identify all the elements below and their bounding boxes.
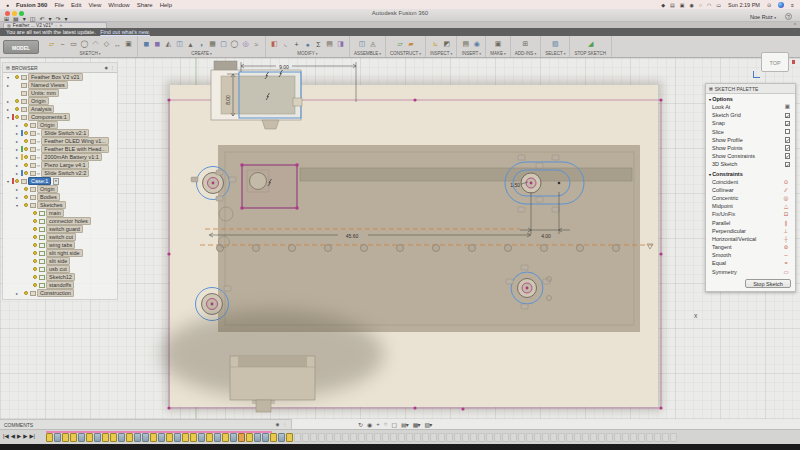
constraint-icon[interactable]: ⊙ bbox=[782, 179, 790, 185]
apple-menu-icon[interactable]: ● bbox=[6, 2, 9, 8]
timeline-feature-icon[interactable] bbox=[622, 433, 629, 442]
visibility-bulb-icon[interactable] bbox=[24, 163, 28, 167]
constraint-row[interactable]: Midpoint △ bbox=[706, 202, 795, 210]
timeline-feature-icon[interactable] bbox=[70, 433, 77, 442]
constraint-icon[interactable]: ◎ bbox=[782, 195, 790, 201]
palette-option-row[interactable]: Show Constraints ✓ bbox=[706, 152, 795, 160]
visibility-bulb-icon[interactable] bbox=[33, 219, 37, 223]
browser-tree-item[interactable]: ▸ ∞ Feather BLE with Head... ▾ bbox=[3, 145, 117, 153]
timeline-feature-icon[interactable] bbox=[222, 433, 229, 442]
timeline-feature-icon[interactable] bbox=[246, 433, 253, 442]
navbar-icon[interactable]: ◉ bbox=[367, 421, 371, 428]
toolbar-icon[interactable]: ↔ bbox=[113, 39, 122, 50]
constraint-row[interactable]: Smooth ∼ bbox=[706, 251, 795, 259]
timeline-feature-icon[interactable] bbox=[558, 433, 565, 442]
navbar-icon[interactable]: ▤▾ bbox=[401, 421, 408, 428]
browser-tree-item[interactable]: ▸ ∞ Analysis ▾ bbox=[3, 105, 117, 113]
timeline-feature-icon[interactable] bbox=[534, 433, 541, 442]
menu-file[interactable]: File bbox=[54, 2, 64, 8]
constraint-row[interactable]: Coincident ⊙ bbox=[706, 178, 795, 186]
timeline-feature-icon[interactable] bbox=[502, 433, 509, 442]
timeline-feature-icon[interactable] bbox=[654, 433, 661, 442]
timeline-feature-icon[interactable] bbox=[582, 433, 589, 442]
browser-tree-item[interactable]: ▸ ∞ Construction ▾ bbox=[3, 289, 117, 297]
browser-tree-item[interactable]: ∞ Sketch12 ▾ bbox=[3, 273, 117, 281]
qat-icon[interactable]: ↷ bbox=[55, 15, 60, 22]
sketch-palette-header[interactable]: ▦ SKETCH PALETTE bbox=[706, 84, 795, 94]
timeline-feature-icon[interactable] bbox=[606, 433, 613, 442]
toolbar-icon[interactable]: ▤ bbox=[325, 39, 334, 50]
timeline-playback-icon[interactable]: ▶| bbox=[29, 433, 35, 439]
visibility-bulb-icon[interactable] bbox=[33, 251, 37, 255]
timeline-feature-icon[interactable] bbox=[486, 433, 493, 442]
qat-icon[interactable]: ▾ bbox=[23, 15, 26, 22]
timeline-feature-icon[interactable] bbox=[110, 433, 117, 442]
visibility-bulb-icon[interactable] bbox=[33, 283, 37, 287]
visibility-bulb-icon[interactable] bbox=[15, 75, 19, 79]
timeline-feature-icon[interactable] bbox=[302, 433, 309, 442]
navbar-icon[interactable]: ▦▾ bbox=[413, 421, 420, 428]
constraint-icon[interactable]: ⊘ bbox=[782, 244, 790, 250]
design-canvas[interactable]: 45.60 bbox=[0, 58, 800, 419]
tree-item-label[interactable]: Components:1 bbox=[28, 113, 70, 121]
timeline-feature-icon[interactable] bbox=[142, 433, 149, 442]
constraint-icon[interactable]: ┼ bbox=[782, 236, 790, 242]
browser-tree-item[interactable]: ∞ wing tabs ▾ bbox=[3, 241, 117, 249]
tree-expand-icon[interactable]: ▸ bbox=[15, 163, 19, 168]
timeline-feature-icon[interactable] bbox=[590, 433, 597, 442]
menubar-status-icon[interactable]: ◠ bbox=[707, 2, 711, 8]
tree-item-label[interactable]: Origin bbox=[28, 97, 49, 105]
browser-tree-item[interactable]: ▸ ∞ 2000mAh Battery v1:1 ▾ bbox=[3, 153, 117, 161]
tree-item-label[interactable]: slit side bbox=[46, 257, 70, 265]
constraint-row[interactable]: Tangent ⊘ bbox=[706, 243, 795, 251]
tree-expand-icon[interactable]: ▸ bbox=[15, 147, 19, 152]
visibility-bulb-icon[interactable] bbox=[24, 155, 28, 159]
qat-icon[interactable]: ▤ bbox=[13, 15, 19, 22]
timeline-feature-icon[interactable] bbox=[494, 433, 501, 442]
visibility-bulb-icon[interactable] bbox=[33, 267, 37, 271]
browser-tree-item[interactable]: ∞ Units: mm ▾ bbox=[3, 89, 117, 97]
visibility-bulb-icon[interactable] bbox=[15, 107, 19, 111]
toolbar-icon[interactable]: ◎ bbox=[241, 39, 250, 50]
timeline-feature-icon[interactable] bbox=[126, 433, 133, 442]
constraint-row[interactable]: Horizontal/Vertical ┼ bbox=[706, 235, 795, 243]
constraint-icon[interactable]: △ bbox=[782, 203, 790, 209]
tree-item-label[interactable]: switch cut bbox=[46, 233, 76, 241]
option-checkbox[interactable] bbox=[785, 129, 791, 135]
browser-filter-icon[interactable]: ◉ bbox=[105, 65, 109, 70]
constraint-row[interactable]: Perpendicular ⊥ bbox=[706, 227, 795, 235]
control-center-icon[interactable]: ≡ bbox=[791, 2, 794, 8]
option-checkbox[interactable]: ▣ bbox=[785, 104, 791, 110]
tree-expand-icon[interactable]: ▾ bbox=[6, 115, 10, 120]
tree-item-dropdown-icon[interactable]: ▾ bbox=[53, 178, 59, 185]
toolbar-group-label[interactable]: SKETCH bbox=[79, 51, 100, 56]
tree-expand-icon[interactable]: ▸ bbox=[15, 131, 19, 136]
constraint-row[interactable]: Equal = bbox=[706, 259, 795, 267]
timeline-feature-icon[interactable] bbox=[286, 433, 293, 442]
tree-item-label[interactable]: Construction bbox=[37, 289, 74, 297]
timeline-feature-icon[interactable] bbox=[638, 433, 645, 442]
toolbar-group-label[interactable]: MODIFY bbox=[297, 51, 317, 56]
timeline-feature-icon[interactable] bbox=[390, 433, 397, 442]
toolbar-icon[interactable]: ▧ bbox=[551, 39, 560, 50]
timeline-feature-icon[interactable] bbox=[334, 433, 341, 442]
timeline-feature-icon[interactable] bbox=[174, 433, 181, 442]
tree-expand-icon[interactable]: ▸ bbox=[15, 195, 19, 200]
constraint-icon[interactable]: ∼ bbox=[782, 252, 790, 258]
toolbar-icon[interactable]: Σ bbox=[314, 39, 323, 50]
tree-item-label[interactable]: Named Views bbox=[28, 81, 68, 89]
tree-item-label[interactable]: Feather Box V2 v21 bbox=[28, 73, 83, 81]
timeline-playback-icon[interactable]: |◀ bbox=[3, 433, 9, 439]
visibility-bulb-icon[interactable] bbox=[33, 211, 37, 215]
menubar-clock[interactable]: Sun 2:19 PM bbox=[728, 2, 760, 8]
timeline-feature-icon[interactable] bbox=[382, 433, 389, 442]
timeline-feature-icon[interactable] bbox=[46, 433, 53, 442]
timeline-feature-icon[interactable] bbox=[94, 433, 101, 442]
tree-expand-icon[interactable]: ▸ bbox=[15, 291, 19, 296]
timeline-feature-icon[interactable] bbox=[550, 433, 557, 442]
timeline-feature-icon[interactable] bbox=[318, 433, 325, 442]
tree-item-label[interactable]: slit right side bbox=[46, 249, 83, 257]
tree-item-label[interactable]: 2000mAh Battery v1:1 bbox=[41, 153, 101, 161]
comments-expand-icon[interactable]: ⋮ bbox=[283, 422, 288, 427]
tree-item-label[interactable]: standoffs bbox=[46, 281, 74, 289]
